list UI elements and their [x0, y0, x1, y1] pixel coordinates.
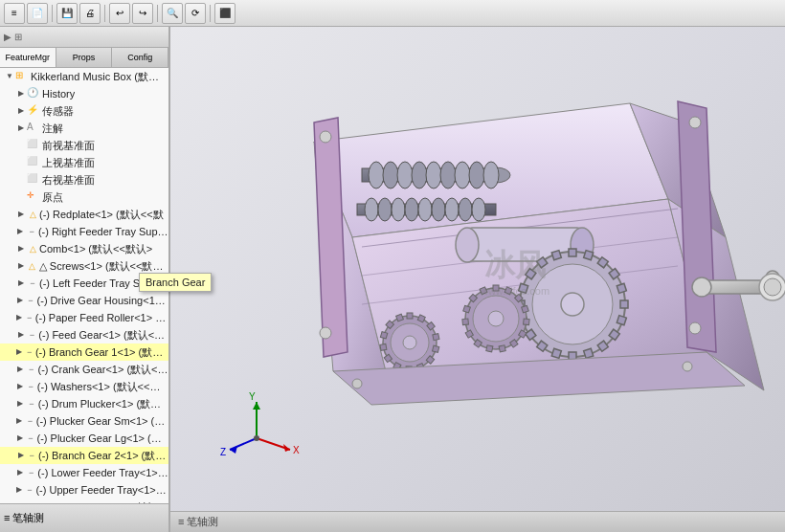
tree-item-plucker-lg[interactable]: ▶ − (-) Plucker Gear Lg<1> (默认<: [0, 430, 168, 447]
tree-header: ▶ ⊞: [0, 27, 168, 48]
svg-point-98: [692, 277, 711, 297]
svg-rect-76: [463, 305, 471, 313]
tree-item-plucker-sm[interactable]: ▶ − (-) Plucker Gear Sm<1> (默认<: [0, 412, 168, 430]
svg-point-35: [472, 198, 485, 221]
tree-bottom-bar: ≡ 笔轴测: [0, 503, 168, 532]
model-svg: X Y Z 冰风 www.ilifce.com: [170, 27, 785, 532]
tree-origin-item[interactable]: ✛ 原点: [0, 188, 168, 206]
tree-item-branch-gear-1[interactable]: ▶ − (-) Branch Gear 1<1> (默认<<默: [0, 344, 168, 361]
svg-rect-60: [551, 251, 561, 260]
paper-feed-arrow: ▶: [14, 312, 25, 323]
branch-gear-2-arrow: ▶: [15, 450, 27, 461]
svg-text:www.ilifce.com: www.ilifce.com: [480, 285, 550, 297]
toolbar-view-btn[interactable]: ⬛: [214, 3, 236, 24]
left-feeder-arrow: ▶: [15, 277, 27, 289]
sensor-icon: ⚡: [27, 104, 40, 118]
tree-root-item[interactable]: ▼ ⊞ Kikkerland Music Box (默认<: [0, 68, 168, 85]
main-toolbar: ≡ 📄 💾 🖨 ↩ ↪ 🔍 ⟳ ⬛: [0, 0, 785, 27]
tree-plane-right[interactable]: ⬜ 右视基准面: [0, 171, 168, 188]
tree-annotation-item[interactable]: ▶ A 注解: [0, 120, 168, 137]
screws-label: △ Screws<1> (默认<<默认>: [39, 259, 168, 274]
screws-arrow: ▶: [15, 260, 27, 272]
viewport[interactable]: X Y Z 冰风 www.ilifce.com ≡ 笔轴测: [170, 27, 785, 532]
root-assembly-icon: ⊞: [15, 70, 29, 83]
tree-item-drum-plucker[interactable]: ▶ − (-) Drum Plucker<1> (默认<<: [0, 395, 168, 412]
feed-gear-arrow: ▶: [15, 329, 27, 341]
svg-point-30: [405, 198, 418, 221]
toolbar-print-btn[interactable]: 🖨: [79, 3, 101, 24]
svg-text:Z: Z: [220, 447, 226, 457]
branch-gear-1-label: (-) Branch Gear 1<1> (默认<<默: [35, 345, 168, 360]
svg-rect-71: [499, 345, 505, 352]
tree-sensor-item[interactable]: ▶ ⚡ 传感器: [0, 102, 168, 120]
tree-item-comb[interactable]: ▶ △ Comb<1> (默认<<默认>: [0, 240, 168, 257]
annotation-arrow: ▶: [15, 122, 27, 134]
history-label: History: [42, 88, 75, 100]
paper-feed-status-icon: −: [24, 312, 34, 323]
tree-item-upper-feeder[interactable]: ▶ − (-) Upper Feeder Tray<1> (默认: [0, 481, 168, 499]
svg-point-96: [403, 336, 416, 349]
crank-gear-label: (-) Crank Gear<1> (默认<<默: [38, 363, 169, 377]
tree-item-crank-gear[interactable]: ▶ − (-) Crank Gear<1> (默认<<默: [0, 361, 168, 378]
sensor-arrow: ▶: [15, 105, 27, 117]
svg-rect-52: [551, 348, 561, 358]
plucker-lg-label: (-) Plucker Gear Lg<1> (默认<: [37, 432, 168, 446]
tree-item-redplate[interactable]: ▶ △ (-) Redplate<1> (默认<<默: [0, 206, 168, 223]
tree-item-drive-gear[interactable]: ▶ − (-) Drive Gear Housing<1> (默: [0, 292, 168, 309]
svg-point-61: [561, 293, 584, 316]
tab-config[interactable]: Config: [112, 48, 168, 67]
tree-item-feed-gear[interactable]: ▶ − (-) Feed Gear<1> (默认<<默: [0, 326, 168, 344]
toolbar-undo-btn[interactable]: ↩: [109, 3, 130, 24]
toolbar-sep-2: [104, 5, 105, 22]
svg-text:X: X: [293, 445, 300, 455]
toolbar-menu-btn[interactable]: ≡: [4, 3, 25, 24]
toolbar-new-btn[interactable]: 📄: [27, 3, 48, 24]
tooltip-text: Branch Gear: [146, 277, 170, 288]
svg-point-24: [469, 162, 484, 188]
plucker-sm-arrow: ▶: [14, 415, 25, 427]
upper-feeder-arrow: ▶: [14, 484, 25, 496]
upper-feeder-status-icon: −: [25, 484, 35, 496]
root-label: Kikkerland Music Box (默认<: [31, 70, 165, 84]
redplate-warning-icon: △: [27, 209, 38, 220]
drive-gear-label: (-) Drive Gear Housing<1> (默: [37, 294, 168, 308]
tab-feature-manager[interactable]: FeatureMgr: [0, 48, 56, 67]
annotation-label: 注解: [42, 122, 63, 136]
svg-point-14: [689, 322, 701, 334]
tree-item-right-feeder[interactable]: ▶ − (-) Right Feeder Tray Suppor: [0, 223, 168, 240]
branch-gear-1-arrow: ▶: [14, 346, 25, 358]
toolbar-sep-4: [210, 5, 211, 22]
svg-rect-42: [584, 251, 594, 260]
svg-point-33: [445, 198, 459, 221]
origin-label: 原点: [42, 190, 63, 205]
comb-warning-icon: △: [27, 243, 38, 255]
toolbar-zoom-btn[interactable]: 🔍: [162, 3, 183, 24]
svg-point-27: [365, 198, 378, 221]
svg-point-34: [459, 198, 472, 221]
tree-panel: ▶ ⊞ FeatureMgr Props Config ▼ ⊞ Kikkerla…: [0, 27, 170, 532]
crank-gear-arrow: ▶: [15, 364, 27, 375]
svg-point-11: [320, 131, 331, 143]
branch-gear-2-label: (-) Branch Gear 2<1> (默认<: [38, 449, 168, 463]
tree-item-washers[interactable]: ▶ − (-) Washers<1> (默认<<默认<: [0, 378, 168, 395]
toolbar-redo-btn[interactable]: ↪: [132, 3, 153, 24]
plucker-sm-label: (-) Plucker Gear Sm<1> (默认<: [36, 414, 168, 429]
plane-front-label: 前视基准面: [42, 139, 95, 153]
svg-rect-75: [462, 319, 469, 325]
tree-plane-front[interactable]: ⬜ 前视基准面: [0, 137, 168, 154]
tree-item-lower-feeder[interactable]: ▶ − (-) Lower Feeder Tray<1> (默: [0, 464, 168, 481]
tab-property[interactable]: Props: [56, 48, 113, 67]
svg-rect-82: [407, 313, 413, 319]
tree-item-paper-feed[interactable]: ▶ − (-) Paper Feed Roller<1> (默认<: [0, 309, 168, 326]
tree-item-branch-gear-2[interactable]: ▶ − (-) Branch Gear 2<1> (默认<: [0, 447, 168, 464]
plane-right-icon: ⬜: [27, 173, 40, 187]
main-area: ▶ ⊞ FeatureMgr Props Config ▼ ⊞ Kikkerla…: [0, 27, 785, 532]
plane-top-arrow: [15, 157, 27, 168]
origin-icon: ✛: [27, 190, 40, 204]
root-collapse-arrow: ▼: [4, 71, 15, 82]
tree-plane-top[interactable]: ⬜ 上视基准面: [0, 154, 168, 171]
toolbar-save-btn[interactable]: 💾: [56, 3, 78, 24]
svg-point-31: [418, 198, 432, 221]
toolbar-rotate-btn[interactable]: ⟳: [185, 3, 206, 24]
tree-history-item[interactable]: ▶ 🕐 History: [0, 85, 168, 102]
